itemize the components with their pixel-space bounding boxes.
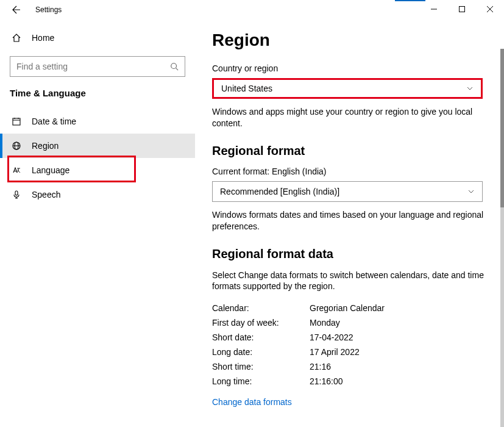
format-data-heading: Regional format data xyxy=(212,247,487,261)
caption-controls xyxy=(420,0,504,18)
home-nav-item[interactable]: Home xyxy=(0,27,195,49)
chevron-down-icon xyxy=(466,85,474,92)
search-input[interactable] xyxy=(16,62,170,71)
format-data-table: Calendar:Gregorian Calendar First day of… xyxy=(212,301,487,389)
page-title: Region xyxy=(212,30,487,50)
maximize-icon xyxy=(459,6,465,12)
format-dropdown[interactable]: Recommended [English (India)] xyxy=(212,181,483,202)
sidebar: Home Time & Language Date & time Region xyxy=(0,20,195,427)
globe-icon xyxy=(10,141,23,151)
sidebar-item-region[interactable]: Region xyxy=(0,134,195,158)
minimize-button[interactable] xyxy=(420,0,448,18)
minimize-icon xyxy=(431,6,437,12)
microphone-icon xyxy=(10,190,23,199)
table-row: Long date:17 April 2022 xyxy=(212,345,487,359)
language-icon xyxy=(10,165,23,175)
back-button[interactable] xyxy=(7,1,26,19)
change-data-formats-link[interactable]: Change data formats xyxy=(212,397,487,407)
home-label: Home xyxy=(32,33,54,43)
search-icon xyxy=(170,62,179,71)
sidebar-item-speech[interactable]: Speech xyxy=(0,182,195,207)
regional-format-heading: Regional format xyxy=(212,144,487,158)
table-row: Calendar:Gregorian Calendar xyxy=(212,301,487,315)
sidebar-item-label: Speech xyxy=(32,190,60,199)
sidebar-item-language[interactable]: Language xyxy=(0,158,195,182)
svg-rect-2 xyxy=(13,118,20,125)
format-data-hint: Select Change data formats to switch bet… xyxy=(212,270,487,293)
content-area: Region Country or region United States W… xyxy=(195,20,504,427)
table-row: First day of week:Monday xyxy=(212,315,487,330)
chevron-down-icon xyxy=(467,188,475,195)
calendar-icon xyxy=(10,117,23,126)
search-box[interactable] xyxy=(10,56,185,77)
window-title: Settings xyxy=(35,5,62,14)
current-format-label: Current format: English (India) xyxy=(212,167,487,176)
svg-rect-5 xyxy=(15,191,18,195)
table-row: Long time:21:16:00 xyxy=(212,374,487,389)
scrollbar-thumb[interactable] xyxy=(500,49,504,207)
country-label: Country or region xyxy=(212,63,487,73)
country-hint: Windows and apps might use your country … xyxy=(212,106,487,129)
titlebar: Settings xyxy=(0,0,504,20)
close-button[interactable] xyxy=(476,0,504,18)
maximize-button[interactable] xyxy=(448,0,476,18)
country-dropdown[interactable]: United States xyxy=(212,78,483,99)
country-value: United States xyxy=(221,84,272,93)
category-header: Time & Language xyxy=(0,88,195,109)
sidebar-item-label: Date & time xyxy=(32,117,76,126)
table-row: Short date:17-04-2022 xyxy=(212,330,487,345)
svg-point-1 xyxy=(171,63,177,69)
close-icon xyxy=(487,6,493,12)
format-value: Recommended [English (India)] xyxy=(220,187,339,196)
scrollbar[interactable] xyxy=(500,49,504,427)
format-hint: Windows formats dates and times based on… xyxy=(212,209,487,232)
sidebar-item-date-time[interactable]: Date & time xyxy=(0,109,195,134)
back-arrow-icon xyxy=(12,5,21,15)
home-icon xyxy=(10,33,23,43)
svg-rect-0 xyxy=(460,7,465,12)
sidebar-item-label: Language xyxy=(32,165,69,175)
table-row: Short time:21:16 xyxy=(212,359,487,374)
sidebar-item-label: Region xyxy=(32,141,59,151)
